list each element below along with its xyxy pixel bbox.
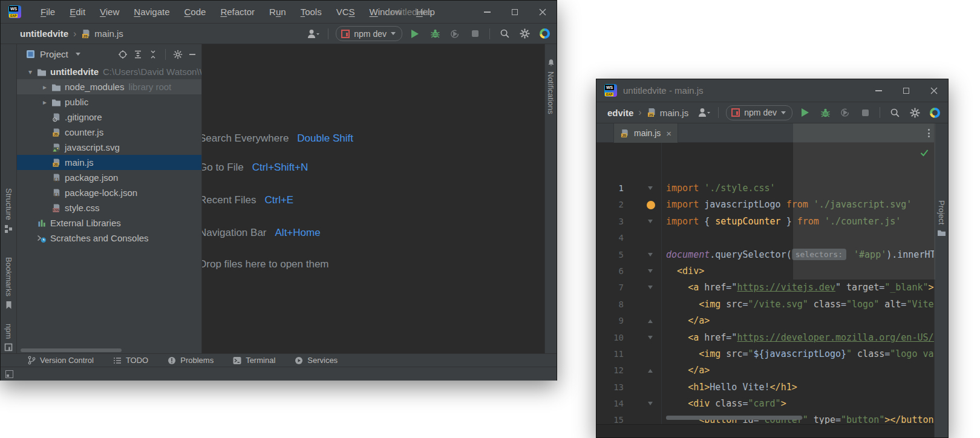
gear-icon[interactable] [173,50,183,59]
fold-marker-down-icon[interactable] [648,220,653,223]
code-line-6[interactable]: 6 <div> [596,263,934,279]
code-line-5[interactable]: 5document.querySelector(selectors: '#app… [596,247,934,263]
toolwindow-button-version-control[interactable]: Version Control [27,356,94,365]
tab-main-js[interactable]: JS main.js × [613,123,678,143]
fold-marker-down-icon[interactable] [648,186,653,190]
coverage-button[interactable] [448,27,462,41]
run-button[interactable] [408,27,422,41]
user-button[interactable] [697,105,711,120]
tree-item-package-lock-json[interactable]: {}package-lock.json [17,185,201,200]
tree-item--gitignore[interactable]: .gitignore [17,109,201,125]
code-line-8[interactable]: 8 <img src="/vite.svg" class="logo" alt=… [596,296,934,313]
tab-close-button[interactable]: × [666,128,671,139]
search-everywhere-button[interactable] [497,27,512,41]
tree-item-package-json[interactable]: {}package.json [17,170,201,185]
gutter-highlight-dot[interactable] [647,201,655,209]
code-line-4[interactable]: 4 [596,230,934,246]
menu-code[interactable]: Code [177,1,214,23]
breadcrumb-file[interactable]: main.js [660,108,689,118]
chevron-down-icon[interactable] [76,53,80,56]
fold-marker-down-icon[interactable] [648,402,653,405]
toolwindow-button-structure[interactable]: Structure [1,188,16,233]
menu-tools[interactable]: Tools [293,1,329,23]
toolwindow-button-npm[interactable]: npm [1,324,16,351]
debug-button[interactable] [818,105,832,120]
code-line-14[interactable]: 14 <div class="card"> [596,396,934,412]
code-line-11[interactable]: 11 <img src="${javascriptLogo}" class="l… [596,346,934,362]
fold-marker-down-icon[interactable] [648,253,653,257]
collapse-all-icon[interactable] [148,50,158,59]
maximize-button[interactable] [501,1,529,23]
menu-file[interactable]: File [33,1,62,23]
search-everywhere-button[interactable] [887,105,902,120]
minimize-button[interactable] [473,1,501,23]
run-configuration-select[interactable]: npm dev [726,105,792,120]
menu-run[interactable]: Run [262,1,293,23]
tree-chevron-collapsed-icon[interactable]: ▸ [39,98,51,106]
settings-button[interactable] [907,105,922,120]
minimize-button[interactable] [864,79,892,102]
inspections-ok-icon[interactable] [920,149,929,157]
code-line-12[interactable]: 12 </a> [596,362,934,379]
close-button[interactable] [529,1,557,23]
stop-button[interactable] [858,105,872,120]
tree-item-counter-js[interactable]: JScounter.js [17,125,201,140]
breadcrumb-file[interactable]: main.js [94,28,123,39]
project-panel-title[interactable]: Project [40,49,68,59]
code-line-2[interactable]: 2import javascriptLogo from './javascrip… [596,197,934,213]
profiler-button[interactable] [537,27,552,41]
locate-file-icon[interactable] [118,50,128,59]
tree-item-external-libraries[interactable]: External Libraries [17,215,201,230]
breadcrumb-project[interactable]: edvite [607,108,633,118]
expand-all-icon[interactable] [133,50,143,59]
more-options-icon[interactable] [928,129,930,137]
horizontal-scrollbar[interactable] [666,416,802,420]
menu-navigate[interactable]: Navigate [126,1,177,23]
toolwindow-button-problems[interactable]: Problems [168,356,214,365]
menu-vcs[interactable]: VCS [329,1,362,23]
menu-refactor[interactable]: Refactor [213,1,262,23]
menu-view[interactable]: View [93,1,126,23]
menu-edit[interactable]: Edit [62,1,93,23]
toolwindow-switcher-icon[interactable] [5,370,13,378]
user-button[interactable] [306,27,321,41]
fold-marker-down-icon[interactable] [648,286,653,289]
tree-item-style-css[interactable]: CSSstyle.css [17,200,201,215]
tree-item-untitledvite[interactable]: ▾untitledviteC:\Users\David Watson\We [17,64,201,79]
run-button[interactable] [798,105,812,120]
tree-item-public[interactable]: ▸public [17,94,201,109]
tree-item-main-js[interactable]: JSmain.js [17,155,201,170]
toolwindow-button-terminal[interactable]: Terminal [233,356,275,365]
fold-marker-down-icon[interactable] [648,336,653,339]
code-line-10[interactable]: 10 <a href="https://developer.mozilla.or… [596,330,934,346]
close-button[interactable] [920,79,948,102]
toolwindow-button-todo[interactable]: TODO [113,356,148,365]
toolwindow-button-bookmarks[interactable]: Bookmarks [1,257,16,309]
tree-item-javascript-svg[interactable]: javascript.svg [17,140,201,155]
coverage-button[interactable] [838,105,852,120]
fold-marker-up-icon[interactable] [648,369,653,373]
run-configuration-select[interactable]: npm dev [336,26,402,41]
toolwindow-button-project[interactable]: Project [935,200,948,237]
code-line-1[interactable]: 1import './style.css' [596,180,934,197]
stop-button[interactable] [468,27,482,41]
empty-editor-area[interactable]: Search EverywhereDouble ShiftGo to FileC… [202,44,544,353]
code-editor[interactable]: 1import './style.css'2import javascriptL… [596,143,934,437]
profiler-button[interactable] [927,105,942,120]
settings-button[interactable] [517,27,532,41]
tree-chevron-collapsed-icon[interactable]: ▸ [39,83,51,91]
horizontal-scrollbar[interactable] [21,348,122,352]
fold-marker-up-icon[interactable] [648,319,653,323]
tree-item-scratches-and-consoles[interactable]: Scratches and Consoles [17,230,201,246]
debug-button[interactable] [428,27,442,41]
code-line-13[interactable]: 13 <h1>Hello Vite!</h1> [596,379,934,396]
fold-marker-down-icon[interactable] [648,269,653,273]
tree-chevron-expanded-icon[interactable]: ▾ [24,68,36,76]
toolwindow-button-services[interactable]: Services [295,356,338,365]
hide-panel-icon[interactable] [188,50,197,59]
breadcrumb-project[interactable]: untitledvite [20,28,68,39]
tree-item-node-modules[interactable]: ▸node_moduleslibrary root [17,79,201,94]
toolwindow-button-notifications[interactable]: Notifications [545,51,557,114]
code-line-7[interactable]: 7 <a href="https://vitejs.dev" target="_… [596,279,934,296]
code-line-3[interactable]: 3import { setupCounter } from './counter… [596,214,934,230]
